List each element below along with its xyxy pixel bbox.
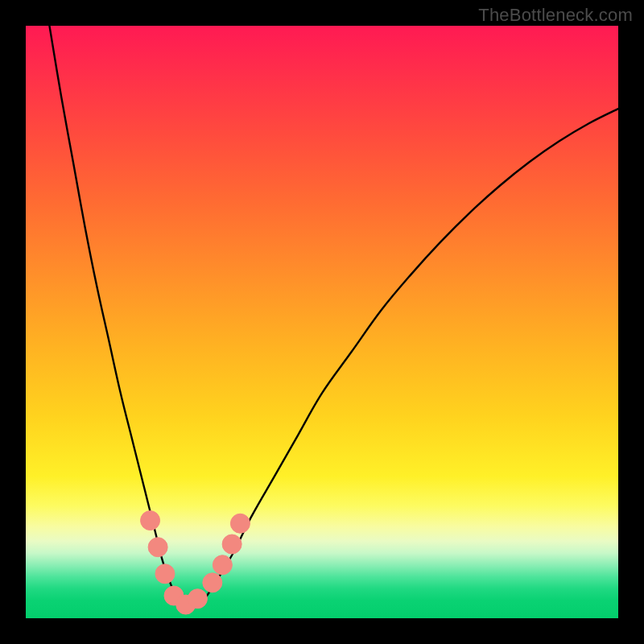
curve-marker <box>188 589 207 609</box>
curve-marker <box>222 535 242 554</box>
curve-svg <box>26 26 618 618</box>
bottleneck-curve <box>49 26 618 606</box>
attribution-text: TheBottleneck.com <box>478 5 633 26</box>
curve-marker <box>203 573 222 592</box>
curve-marker <box>213 555 232 575</box>
curve-markers <box>141 511 250 615</box>
curve-marker <box>155 564 175 584</box>
curve-marker <box>230 514 250 533</box>
plot-area <box>26 26 618 618</box>
curve-marker <box>141 511 160 530</box>
curve-marker <box>148 538 167 557</box>
chart-container: { "attribution": "TheBottleneck.com", "c… <box>0 0 644 644</box>
